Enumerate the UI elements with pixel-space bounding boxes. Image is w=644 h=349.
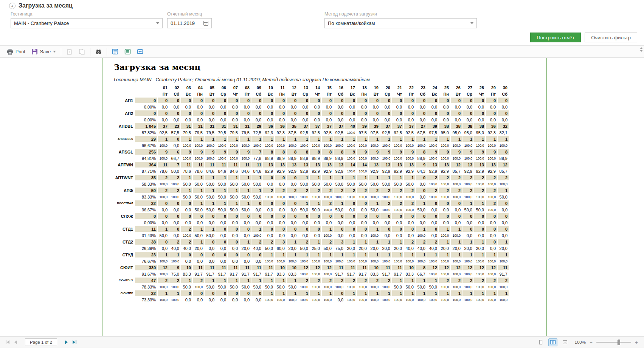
day-count-cell: 1: [380, 252, 391, 257]
day-count-cell: 2: [439, 188, 450, 193]
day-percent-cell: 100,0: [158, 143, 169, 148]
day-percent-cell: 20,0: [345, 245, 356, 251]
view-single-page-button[interactable]: [109, 47, 121, 56]
day-count-cell: 1: [205, 226, 216, 232]
day-count-cell: 0: [427, 213, 438, 219]
day-count-cell: 1: [205, 188, 216, 193]
weekday-header: Ср: [216, 91, 227, 97]
view-continuous-button[interactable]: [121, 47, 134, 56]
page-indicator[interactable]: Page 1 of 2: [25, 338, 57, 346]
single-page-layout-button[interactable]: [536, 338, 545, 346]
toolbar-separator: [107, 48, 107, 56]
save-button[interactable]: Save: [28, 47, 59, 56]
zoom-in-button[interactable]: +: [634, 340, 639, 345]
day-percent-cell: 50,0: [240, 181, 251, 187]
room-total-percent-cell: 78,33%: [135, 284, 157, 290]
day-percent-cell: 85,7: [498, 168, 509, 174]
method-select[interactable]: По комнатам/койкам: [324, 18, 477, 28]
day-count-cell: 1: [334, 175, 345, 180]
day-percent-cell: 0,0: [263, 104, 274, 110]
find-button[interactable]: [92, 47, 105, 56]
fit-width-button[interactable]: [134, 47, 146, 56]
day-percent-cell: 92,9: [334, 168, 345, 174]
day-count-cell: 0: [240, 110, 251, 116]
day-count-cell: 13: [380, 162, 391, 168]
room-total-cell: 35: [135, 175, 157, 180]
scroll-up-icon[interactable]: [640, 47, 643, 49]
clear-filter-button[interactable]: Очистить фильтр: [585, 33, 637, 42]
day-number-header: 17: [345, 85, 356, 90]
zoom-slider-handle[interactable]: [618, 340, 620, 345]
room-type-label-spacer: [109, 284, 134, 290]
day-percent-cell: 0,0: [451, 117, 462, 123]
day-count-cell: 11: [158, 162, 169, 168]
day-percent-cell: 50,0: [287, 284, 298, 290]
zoom-out-button[interactable]: −: [589, 340, 593, 345]
hotel-select[interactable]: MAIN - Cranberry Palace: [11, 18, 163, 28]
day-percent-cell: 100,0: [169, 297, 180, 302]
scroll-down-icon[interactable]: [640, 50, 643, 52]
day-percent-cell: 0,0: [205, 117, 216, 123]
day-percent-cell: 92,5: [392, 130, 403, 135]
day-count-cell: 1: [369, 136, 380, 142]
day-count-cell: 1: [357, 175, 368, 180]
day-percent-cell: 100,0: [486, 194, 497, 200]
day-percent-cell: 100,0: [369, 284, 380, 290]
room-type-count-row: АПSGL256969999997888888899999989999998: [109, 149, 509, 155]
day-percent-cell: 50,0: [205, 284, 216, 290]
toolbar-scroll-arrows[interactable]: [640, 47, 643, 52]
day-count-cell: 1: [251, 226, 262, 232]
day-percent-cell: 92,3: [275, 130, 286, 135]
day-count-cell: 0: [380, 226, 391, 232]
day-percent-cell: 0,0: [216, 233, 227, 238]
facing-pages-layout-button[interactable]: [548, 338, 557, 346]
day-percent-cell: 0,0: [181, 220, 192, 225]
day-count-cell: 9: [451, 149, 462, 155]
day-percent-cell: 100,0: [486, 181, 497, 187]
day-percent-cell: 50,0: [416, 284, 427, 290]
day-count-cell: 0: [193, 290, 204, 296]
day-percent-cell: 100,0: [357, 168, 368, 174]
day-count-cell: 1: [357, 252, 368, 257]
month-input[interactable]: 01.11.2019: [167, 18, 212, 28]
day-percent-cell: 100,0: [298, 194, 309, 200]
day-count-cell: 0: [439, 110, 450, 116]
print-button[interactable]: Print: [4, 47, 28, 56]
day-percent-cell: 91,7: [240, 271, 251, 277]
day-percent-cell: 100,0: [298, 297, 309, 302]
status-bar: Page 1 of 2 100% − +: [0, 336, 644, 348]
fit-page-width-button[interactable]: [560, 338, 570, 346]
day-count-cell: 0: [193, 252, 204, 257]
zoom-slider[interactable]: [596, 342, 631, 343]
day-percent-cell: 0,0: [205, 297, 216, 302]
day-percent-cell: 0,0: [228, 220, 239, 225]
day-count-cell: 11: [263, 265, 274, 270]
day-count-cell: 0: [158, 200, 169, 206]
day-percent-cell: 100,0: [392, 297, 403, 302]
next-page-button[interactable]: [63, 339, 69, 345]
day-count-cell: 1: [275, 252, 286, 257]
calendar-icon[interactable]: [203, 21, 208, 26]
weekday-header: Ср: [380, 91, 391, 97]
first-page-button[interactable]: [5, 339, 11, 345]
day-percent-cell: 50,0: [251, 181, 262, 187]
day-percent-cell: 0,0: [451, 207, 462, 213]
day-percent-cell: 100,0: [392, 258, 403, 264]
day-count-cell: 11: [345, 265, 356, 270]
day-count-cell: 0: [193, 98, 204, 103]
day-count-cell: 13: [275, 162, 286, 168]
day-percent-cell: 100,0: [404, 207, 415, 213]
day-percent-cell: 20,0: [439, 245, 450, 251]
build-report-button[interactable]: Построить отчёт: [530, 33, 581, 42]
room-total-cell: 364: [135, 162, 157, 168]
day-percent-cell: 100,0: [287, 194, 298, 200]
collapse-panel-icon[interactable]: ▲: [9, 3, 16, 9]
day-percent-cell: 0,0: [498, 233, 509, 238]
day-percent-cell: 0,0: [240, 233, 251, 238]
day-percent-cell: 0,0: [345, 220, 356, 225]
day-percent-cell: 0,0: [322, 117, 333, 123]
day-count-cell: 1: [392, 252, 403, 257]
last-page-button[interactable]: [71, 339, 78, 345]
prev-page-button[interactable]: [13, 339, 19, 345]
room-total-percent-cell: 73,33%: [135, 297, 157, 302]
